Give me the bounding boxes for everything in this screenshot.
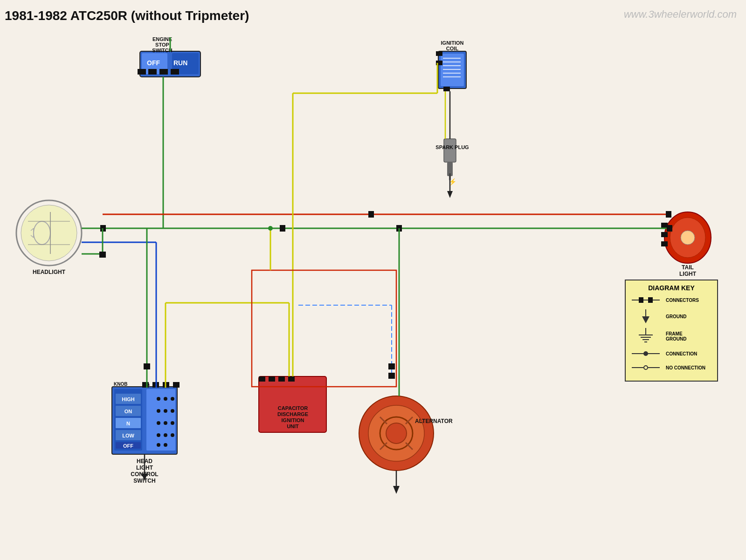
svg-text:LIGHT: LIGHT — [679, 271, 697, 277]
svg-text:STOP: STOP — [155, 42, 169, 48]
svg-rect-117 — [666, 211, 671, 218]
svg-rect-8 — [171, 69, 179, 75]
svg-text:ON: ON — [124, 409, 132, 414]
svg-rect-25 — [444, 139, 456, 162]
svg-text:ALTERNATOR: ALTERNATOR — [415, 418, 453, 424]
svg-rect-20 — [436, 51, 442, 56]
svg-point-94 — [164, 433, 167, 437]
diagram-key: DIAGRAM KEY CONNECTORS GROUND — [625, 280, 718, 382]
svg-point-157 — [644, 366, 648, 369]
svg-point-63 — [386, 423, 407, 444]
svg-rect-111 — [280, 225, 285, 232]
svg-rect-133 — [388, 363, 395, 369]
svg-text:SPARK PLUG: SPARK PLUG — [435, 144, 469, 150]
svg-text:DISCHARGE: DISCHARGE — [277, 411, 308, 417]
diagram-key-title: DIAGRAM KEY — [629, 284, 713, 292]
svg-point-91 — [164, 421, 167, 425]
svg-rect-56 — [259, 376, 265, 382]
svg-text:KNOB: KNOB — [114, 382, 127, 387]
svg-rect-144 — [639, 297, 643, 303]
svg-rect-142 — [99, 252, 106, 258]
svg-rect-46 — [661, 223, 668, 228]
svg-point-137 — [268, 226, 273, 231]
svg-text:CAPACITOR: CAPACITOR — [278, 405, 308, 411]
svg-marker-70 — [393, 486, 400, 494]
svg-text:SWITCH: SWITCH — [152, 48, 172, 53]
key-item-ground: GROUND — [629, 309, 713, 323]
svg-text:HEADLIGHT: HEADLIGHT — [33, 269, 66, 275]
svg-rect-47 — [661, 232, 668, 237]
svg-text:N: N — [126, 421, 130, 426]
svg-point-92 — [171, 421, 174, 425]
svg-rect-7 — [159, 69, 168, 75]
frame-ground-label: FRAMEGROUND — [666, 331, 686, 341]
svg-point-45 — [681, 231, 695, 245]
svg-point-84 — [157, 397, 160, 401]
svg-rect-22 — [443, 87, 450, 91]
svg-marker-147 — [642, 316, 649, 323]
key-item-connection: CONNECTION — [629, 349, 713, 358]
key-item-connectors: CONNECTORS — [629, 295, 713, 305]
connectors-label: CONNECTORS — [666, 298, 699, 303]
svg-text:HIGH: HIGH — [122, 396, 135, 402]
svg-rect-129 — [144, 363, 150, 369]
no-connection-label: NO CONNECTION — [666, 365, 705, 370]
svg-text:LOW: LOW — [122, 433, 134, 438]
svg-point-88 — [164, 409, 167, 413]
svg-rect-57 — [269, 376, 275, 382]
svg-text:IGNITION: IGNITION — [441, 40, 464, 46]
svg-text:OFF: OFF — [147, 59, 160, 67]
svg-point-86 — [171, 397, 174, 401]
svg-point-97 — [164, 443, 167, 447]
svg-point-96 — [157, 443, 160, 447]
diagram-container: 1981-1982 ATC250R (without Tripmeter) ww… — [0, 0, 746, 560]
svg-text:IGNITION: IGNITION — [282, 417, 304, 423]
connection-label: CONNECTION — [666, 351, 697, 356]
key-item-frame-ground: FRAMEGROUND — [629, 328, 713, 344]
svg-rect-116 — [368, 211, 374, 218]
svg-rect-113 — [667, 225, 672, 232]
svg-point-95 — [171, 433, 174, 437]
svg-rect-130 — [252, 270, 396, 387]
svg-rect-48 — [661, 241, 668, 246]
svg-text:COIL: COIL — [446, 46, 459, 51]
svg-text:OFF: OFF — [123, 443, 133, 449]
svg-text:RUN: RUN — [173, 59, 187, 67]
svg-rect-59 — [288, 376, 295, 382]
svg-point-34 — [21, 205, 77, 261]
svg-point-85 — [164, 397, 167, 401]
svg-point-90 — [157, 421, 160, 425]
svg-point-93 — [157, 433, 160, 437]
svg-rect-145 — [648, 297, 653, 303]
svg-point-154 — [643, 351, 648, 356]
svg-text:UNIT: UNIT — [287, 423, 299, 429]
svg-rect-6 — [148, 69, 157, 75]
svg-marker-32 — [447, 191, 453, 198]
svg-rect-101 — [142, 382, 149, 388]
svg-rect-58 — [278, 376, 285, 382]
svg-text:ENGINE: ENGINE — [152, 36, 172, 42]
svg-text:TAIL: TAIL — [682, 264, 694, 271]
key-item-no-connection: NO CONNECTION — [629, 363, 713, 372]
ground-label: GROUND — [666, 314, 686, 319]
svg-point-87 — [157, 409, 160, 413]
svg-rect-5 — [138, 69, 146, 75]
svg-point-89 — [171, 409, 174, 413]
svg-rect-134 — [388, 373, 395, 379]
svg-rect-104 — [173, 382, 180, 388]
